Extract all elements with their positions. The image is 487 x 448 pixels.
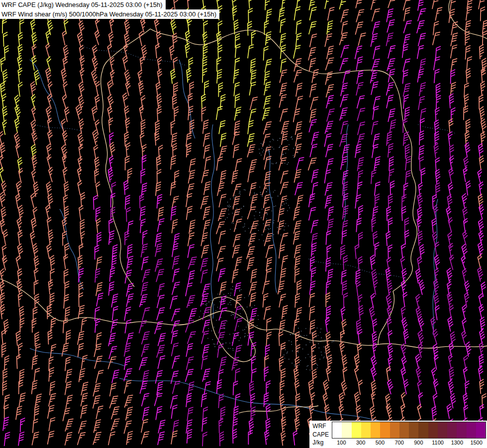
legend-tick-labels: 100300500700900110013001500 [332,439,486,447]
legend-cell [438,422,447,438]
legend-param-label: CAPE [312,431,329,438]
map-title-cape: WRF CAPE (J/kg) Wednesday 05-11-2025 03:… [0,0,166,9]
legend-labels: WRF CAPE J/kg [312,422,332,447]
legend-tick: 300 [356,440,365,446]
legend-cell [447,422,457,438]
legend-tick: 1500 [470,440,482,446]
weather-map: WRF CAPE (J/kg) Wednesday 05-11-2025 03:… [0,0,487,448]
legend-tick: 900 [414,440,423,446]
legend-tick: 700 [394,440,403,446]
legend-cell [476,422,486,438]
legend-tick: 500 [376,440,385,446]
legend-cell [409,422,418,438]
legend-unit-label: J/kg [312,439,329,446]
legend-cell [390,422,399,438]
legend-tick: 100 [337,440,346,446]
map-titles: WRF CAPE (J/kg) Wednesday 05-11-2025 03:… [0,0,219,19]
legend-cell [352,422,361,438]
legend-tick: 1100 [432,440,444,446]
cape-legend: WRF CAPE J/kg 10030050070090011001300150… [309,421,487,448]
legend-cell [418,422,428,438]
legend-cell [371,422,380,438]
legend-model-label: WRF [312,423,329,430]
legend-colorbar [332,422,486,439]
legend-cell [457,422,466,438]
legend-cell [467,422,476,438]
legend-cell [380,422,390,438]
legend-cell [428,422,438,438]
legend-cell [361,422,371,438]
legend-colorbar-area: 100300500700900110013001500 [332,422,486,447]
wind-barb-field [0,0,487,448]
legend-cell [342,422,351,438]
legend-cell [399,422,409,438]
map-title-wind-shear: WRF Wind shear (m/s) 500/1000hPa Wednesd… [0,9,219,19]
legend-tick: 1300 [451,440,463,446]
legend-cell [332,422,342,438]
